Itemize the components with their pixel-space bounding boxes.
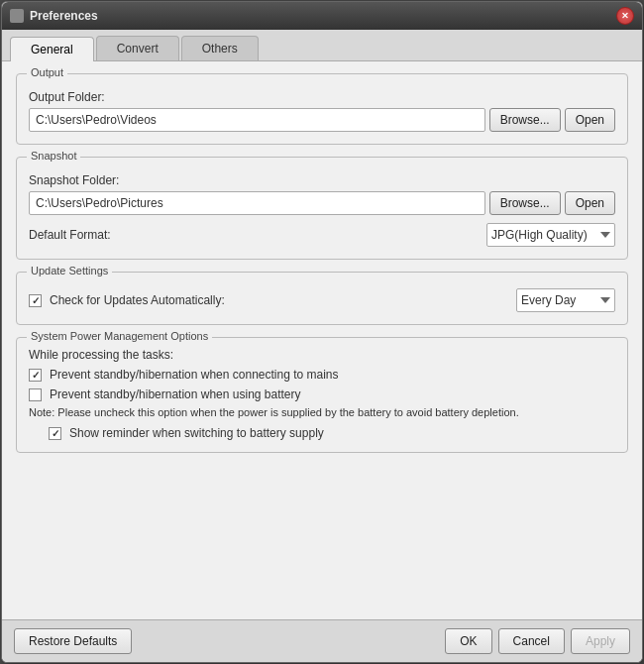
preferences-window: Preferences General Convert Others Outpu… bbox=[1, 1, 643, 663]
power-sub-label: Show reminder when switching to battery … bbox=[69, 426, 615, 440]
format-label: Default Format: bbox=[29, 228, 486, 242]
power-option2-label: Prevent standby/hibernation when using b… bbox=[50, 387, 615, 401]
title-bar-left: Preferences bbox=[10, 9, 98, 23]
update-frequency-select[interactable]: Every Day Every Week Every Month Never bbox=[516, 288, 615, 312]
power-subtitle: While processing the tasks: bbox=[29, 348, 615, 362]
output-section: Output Output Folder: Browse... Open bbox=[16, 73, 628, 145]
cancel-button[interactable]: Cancel bbox=[498, 628, 565, 654]
app-icon bbox=[10, 9, 24, 23]
update-section-title: Update Settings bbox=[27, 265, 112, 277]
main-content: Output Output Folder: Browse... Open Sna… bbox=[2, 61, 642, 619]
update-check-label: Check for Updates Automatically: bbox=[50, 293, 508, 307]
snapshot-section: Snapshot Snapshot Folder: Browse... Open… bbox=[16, 157, 628, 260]
update-check-row: Check for Updates Automatically: Every D… bbox=[29, 288, 615, 312]
power-option2-checkbox[interactable] bbox=[29, 388, 42, 401]
power-option1-label: Prevent standby/hibernation when connect… bbox=[50, 368, 615, 382]
bottom-bar: Restore Defaults OK Cancel Apply bbox=[2, 619, 642, 662]
power-option1-checkbox[interactable] bbox=[29, 369, 42, 382]
output-section-title: Output bbox=[27, 66, 67, 78]
power-sub-option-row: Show reminder when switching to battery … bbox=[49, 426, 615, 440]
power-section-title: System Power Management Options bbox=[27, 330, 212, 342]
close-button[interactable] bbox=[616, 7, 634, 25]
restore-defaults-button[interactable]: Restore Defaults bbox=[14, 628, 132, 654]
output-folder-input[interactable] bbox=[29, 108, 485, 132]
apply-button[interactable]: Apply bbox=[571, 628, 630, 654]
bottom-right-buttons: OK Cancel Apply bbox=[445, 628, 630, 654]
power-section: System Power Management Options While pr… bbox=[16, 337, 628, 453]
window-title: Preferences bbox=[30, 9, 98, 23]
snapshot-section-title: Snapshot bbox=[27, 150, 80, 162]
snapshot-folder-label: Snapshot Folder: bbox=[29, 173, 615, 187]
snapshot-folder-row: Browse... Open bbox=[29, 191, 615, 215]
tab-others[interactable]: Others bbox=[181, 36, 259, 60]
output-browse-button[interactable]: Browse... bbox=[489, 108, 561, 132]
snapshot-open-button[interactable]: Open bbox=[565, 191, 615, 215]
power-sub-checkbox[interactable] bbox=[49, 427, 61, 440]
snapshot-folder-input[interactable] bbox=[29, 191, 485, 215]
power-option2-row: Prevent standby/hibernation when using b… bbox=[29, 387, 615, 401]
output-folder-label: Output Folder: bbox=[29, 90, 615, 104]
output-folder-row: Browse... Open bbox=[29, 108, 615, 132]
power-note-text: Note: Please uncheck this option when th… bbox=[29, 405, 615, 420]
ok-button[interactable]: OK bbox=[445, 628, 491, 654]
power-option1-row: Prevent standby/hibernation when connect… bbox=[29, 368, 615, 382]
update-checkbox[interactable] bbox=[29, 294, 42, 307]
title-bar: Preferences bbox=[2, 2, 642, 30]
update-section: Update Settings Check for Updates Automa… bbox=[16, 272, 628, 325]
tab-bar: General Convert Others bbox=[2, 30, 642, 61]
format-select[interactable]: JPG(High Quality) PNG BMP bbox=[486, 223, 615, 247]
snapshot-browse-button[interactable]: Browse... bbox=[489, 191, 561, 215]
format-row: Default Format: JPG(High Quality) PNG BM… bbox=[29, 223, 615, 247]
tab-general[interactable]: General bbox=[10, 37, 94, 61]
output-open-button[interactable]: Open bbox=[565, 108, 615, 132]
tab-convert[interactable]: Convert bbox=[96, 36, 179, 60]
